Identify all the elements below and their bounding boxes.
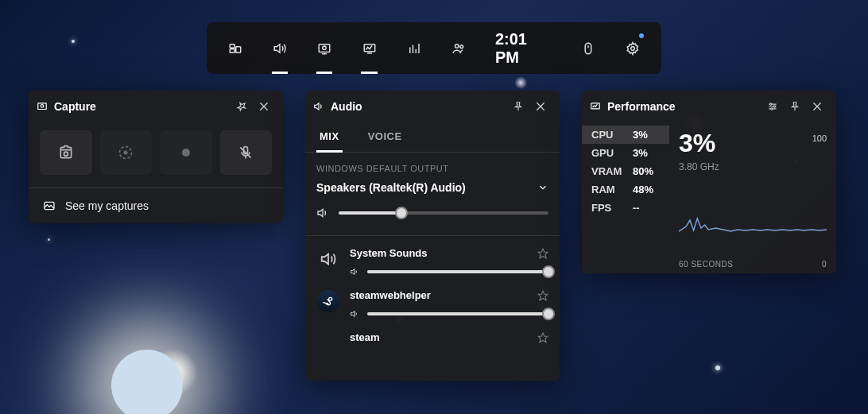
svg-point-36 (326, 303, 328, 305)
svg-marker-38 (538, 333, 548, 342)
svg-rect-3 (320, 44, 331, 52)
see-my-captures-button[interactable]: See my captures (29, 188, 283, 223)
audio-window: Audio MIX VOICE WINDOWS DEFAULT OUTPUT S… (305, 91, 560, 381)
toolbar-clock: 2:01 PM (481, 30, 566, 67)
svg-point-12 (455, 44, 459, 48)
settings-icon[interactable] (761, 95, 784, 118)
graph-timeframe: 60 SECONDS (679, 260, 733, 269)
svg-point-44 (773, 106, 775, 107)
stat-row-cpu[interactable]: CPU3% (582, 126, 669, 144)
performance-graph (679, 187, 827, 258)
svg-rect-17 (38, 103, 47, 110)
stat-row-fps[interactable]: FPS-- (582, 199, 669, 217)
svg-rect-21 (60, 150, 71, 158)
performance-icon (590, 101, 601, 112)
pin-icon[interactable] (231, 95, 253, 118)
app-name-label: steamwebhelper (350, 289, 431, 301)
performance-stats-list: CPU3% GPU3% VRAM80% RAM48% FPS-- (582, 122, 669, 273)
screenshot-button[interactable] (40, 130, 92, 175)
stat-row-gpu[interactable]: GPU3% (582, 144, 669, 162)
pin-icon[interactable] (784, 95, 806, 118)
app-mixer-item: steam (305, 327, 560, 363)
toolbar-mouse-button[interactable] (566, 22, 610, 74)
star-icon[interactable] (537, 248, 548, 259)
performance-window: Performance CPU3% GPU3% VRAM80% RAM48% F… (582, 91, 836, 273)
toolbar-settings-button[interactable] (610, 22, 655, 74)
app-mixer-item: System Sounds (305, 242, 560, 284)
performance-clock: 3.80 GHz (679, 161, 827, 172)
close-icon[interactable] (806, 95, 828, 118)
tab-voice[interactable]: VOICE (365, 122, 405, 152)
speaker-small-icon[interactable] (350, 309, 359, 319)
slider-thumb[interactable] (395, 207, 408, 219)
app-mixer-list: System Sounds steamwebhelper (305, 235, 560, 381)
gallery-icon (43, 199, 56, 212)
app-name-label: steam (350, 331, 380, 343)
capture-icon (37, 101, 48, 112)
stat-row-vram[interactable]: VRAM80% (582, 162, 669, 180)
toolbar-resources-button[interactable] (392, 22, 436, 74)
app-volume-slider[interactable] (367, 312, 548, 315)
svg-point-45 (771, 108, 773, 110)
slider-thumb[interactable] (542, 265, 555, 278)
tab-mix[interactable]: MIX (316, 122, 343, 153)
audio-icon (313, 101, 324, 112)
svg-point-16 (631, 46, 635, 50)
capture-window: Capture See my captures (29, 91, 283, 223)
app-name-label: System Sounds (350, 247, 428, 259)
performance-title: Performance (607, 100, 761, 113)
svg-marker-37 (538, 291, 548, 300)
star-icon[interactable] (537, 332, 548, 343)
output-device-select[interactable]: Speakers (Realtek(R) Audio) (305, 178, 560, 203)
svg-point-18 (41, 105, 44, 108)
close-icon[interactable] (529, 95, 552, 118)
svg-point-25 (182, 149, 190, 157)
stat-row-ram[interactable]: RAM48% (582, 180, 669, 199)
capture-header: Capture (29, 91, 283, 122)
steam-icon (316, 331, 340, 355)
record-button[interactable] (160, 130, 212, 175)
performance-main-value: 3% (679, 129, 715, 158)
master-volume-slider[interactable] (339, 211, 548, 215)
svg-marker-33 (538, 249, 548, 258)
output-device-name: Speakers (Realtek(R) Audio) (316, 181, 466, 194)
svg-point-35 (329, 298, 331, 300)
graph-max-label: 100 (812, 133, 827, 143)
toolbar-performance-button[interactable] (347, 22, 391, 74)
close-icon[interactable] (253, 95, 275, 118)
svg-rect-2 (230, 48, 234, 52)
svg-rect-14 (585, 43, 591, 54)
speaker-icon[interactable] (316, 207, 329, 219)
app-mixer-item: steamwebhelper (305, 284, 560, 327)
output-section-label: WINDOWS DEFAULT OUTPUT (305, 153, 560, 178)
svg-rect-0 (230, 44, 234, 48)
speaker-small-icon[interactable] (350, 267, 359, 277)
steam-icon (316, 289, 340, 313)
game-bar-toolbar: 2:01 PM (207, 22, 661, 74)
svg-point-43 (770, 103, 772, 105)
speaker-icon (316, 247, 340, 271)
pin-icon[interactable] (507, 95, 529, 118)
settings-notification-dot (639, 33, 644, 38)
record-last-button[interactable] (100, 130, 153, 175)
chevron-down-icon (537, 182, 548, 193)
slider-thumb[interactable] (542, 308, 555, 320)
svg-point-13 (460, 44, 463, 48)
svg-rect-1 (236, 46, 241, 52)
svg-point-24 (125, 151, 127, 153)
toolbar-capture-button[interactable] (302, 22, 347, 74)
toolbar-social-button[interactable] (436, 22, 481, 74)
toolbar-audio-button[interactable] (258, 22, 302, 74)
see-my-captures-label: See my captures (65, 199, 149, 212)
star-icon[interactable] (537, 290, 548, 301)
app-volume-slider[interactable] (367, 270, 548, 273)
audio-title: Audio (331, 100, 507, 113)
svg-point-4 (323, 46, 327, 50)
svg-point-22 (64, 152, 68, 156)
graph-min-label: 0 (822, 260, 827, 269)
capture-title: Capture (54, 100, 231, 113)
mic-toggle-button[interactable] (220, 130, 273, 175)
svg-rect-39 (591, 103, 600, 109)
svg-rect-6 (364, 44, 375, 51)
toolbar-widgets-button[interactable] (213, 22, 258, 74)
